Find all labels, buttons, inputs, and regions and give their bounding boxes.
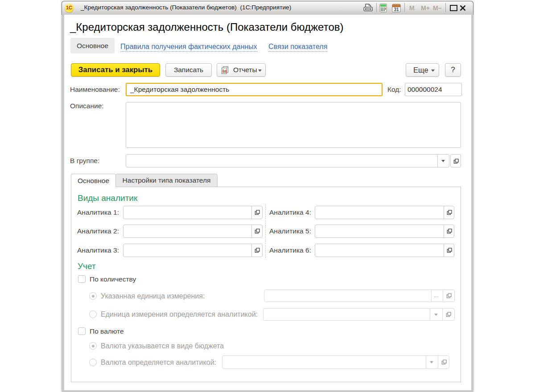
svg-text:31: 31 — [394, 7, 399, 12]
